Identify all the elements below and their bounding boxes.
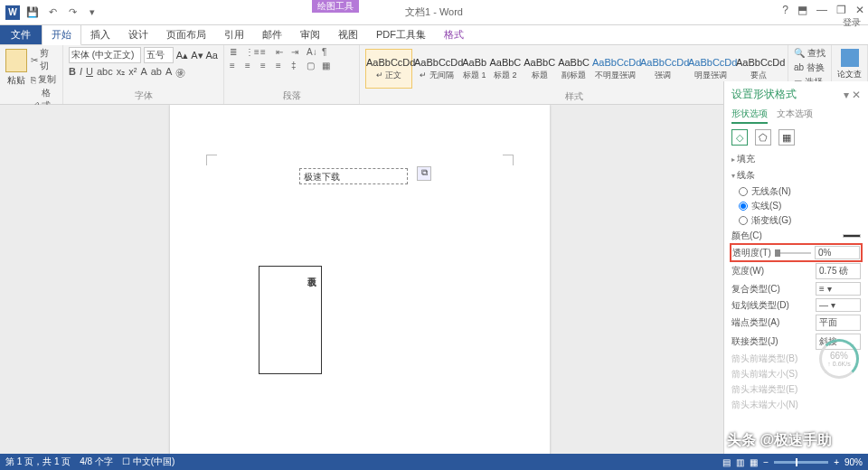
style-item[interactable]: AaBbCcDd强调: [639, 49, 686, 89]
zoom-in-icon[interactable]: +: [834, 457, 839, 467]
color-picker[interactable]: [843, 234, 861, 238]
tab-file[interactable]: 文件: [0, 25, 42, 44]
multilevel-icon[interactable]: ≡: [260, 47, 273, 57]
tab-references[interactable]: 引用: [215, 25, 253, 44]
document-area[interactable]: 极速下载 ⧉ 天极下载: [0, 105, 723, 454]
zoom-value[interactable]: 90%: [844, 457, 863, 467]
word-count[interactable]: 4/8 个字: [80, 456, 113, 468]
find-button[interactable]: 🔍 查找: [794, 47, 826, 60]
fill-section-header[interactable]: 填充: [731, 153, 861, 165]
tab-insert[interactable]: 插入: [81, 25, 119, 44]
highlight-button[interactable]: ab: [151, 66, 162, 80]
style-item[interactable]: AaBb标题 1: [461, 49, 487, 89]
radio-no-line[interactable]: 无线条(N): [739, 185, 861, 198]
style-preview: AaBbCcDd: [640, 57, 685, 68]
style-item[interactable]: AaBbCcDd不明显强调: [591, 49, 638, 89]
line-spacing-icon[interactable]: ‡: [291, 61, 304, 70]
minimize-icon[interactable]: —: [816, 4, 827, 16]
radio-gradient-line[interactable]: 渐变线(G): [739, 214, 861, 227]
layout-props-icon[interactable]: ▦: [778, 129, 795, 146]
shading-icon[interactable]: ▢: [307, 61, 319, 70]
transparency-value[interactable]: 0%: [815, 246, 860, 259]
justify-icon[interactable]: ≡: [276, 61, 288, 70]
font-family-select[interactable]: 宋体 (中文正文): [69, 47, 141, 63]
bullets-icon[interactable]: ≣: [230, 47, 242, 57]
numbering-icon[interactable]: ⋮≡: [245, 47, 258, 57]
textbox-selected[interactable]: 极速下载: [299, 168, 408, 184]
dash-picker[interactable]: — ▾: [816, 298, 861, 312]
pane-close-icon[interactable]: ▾ ✕: [844, 89, 861, 101]
ribbon-collapse-icon[interactable]: ⬒: [797, 4, 807, 16]
style-item[interactable]: AaBbCcDd↵ 正文: [365, 49, 412, 89]
tab-pdf[interactable]: PDF工具集: [367, 25, 435, 44]
tab-layout[interactable]: 页面布局: [157, 25, 215, 44]
width-value[interactable]: 0.75 磅: [816, 263, 861, 279]
style-label: 标题: [524, 70, 555, 81]
show-marks-icon[interactable]: ¶: [322, 47, 335, 57]
font-size-select[interactable]: 五号: [144, 47, 174, 63]
style-item[interactable]: AaBbC副标题: [557, 49, 590, 89]
replace-button[interactable]: ab 替换: [794, 61, 826, 74]
styles-group-label: 样式: [365, 89, 782, 103]
subscript-button[interactable]: x₂: [117, 66, 126, 80]
align-right-icon[interactable]: ≡: [260, 61, 273, 70]
change-case-icon[interactable]: Aa: [206, 50, 218, 61]
italic-button[interactable]: I: [80, 66, 82, 80]
cap-picker[interactable]: 平面: [816, 315, 861, 331]
sort-icon[interactable]: A↓: [307, 47, 319, 57]
view-print-icon[interactable]: ▥: [736, 457, 744, 467]
redo-icon[interactable]: ↷: [65, 5, 80, 20]
tab-text-options[interactable]: 文本选项: [777, 108, 813, 124]
save-icon[interactable]: 💾: [25, 5, 40, 20]
tab-review[interactable]: 审阅: [291, 25, 329, 44]
tab-shape-options[interactable]: 形状选项: [731, 108, 768, 124]
styles-gallery[interactable]: AaBbCcDd↵ 正文AaBbCcDd↵ 无间隔AaBb标题 1AaBbC标题…: [365, 47, 782, 89]
grow-font-icon[interactable]: A▴: [176, 50, 188, 61]
zoom-out-icon[interactable]: −: [763, 457, 769, 467]
tab-view[interactable]: 视图: [329, 25, 367, 44]
style-item[interactable]: AaBbCcDd↵ 无间隔: [413, 49, 460, 89]
tab-home[interactable]: 开始: [42, 24, 81, 45]
shrink-font-icon[interactable]: A▾: [191, 50, 203, 61]
increase-indent-icon[interactable]: ⇥: [291, 47, 304, 57]
login-link[interactable]: 登录: [843, 16, 861, 29]
style-label: ↵ 无间隔: [414, 70, 459, 81]
fill-line-icon[interactable]: ◇: [731, 129, 748, 146]
text-effects-button[interactable]: A: [140, 66, 146, 80]
language-indicator[interactable]: ☐ 中文(中国): [122, 456, 175, 468]
enclose-char-button[interactable]: ㊝: [175, 66, 185, 80]
help-icon[interactable]: ?: [782, 4, 788, 16]
copy-button[interactable]: ⎘ 复制: [31, 73, 57, 86]
transparency-slider[interactable]: [775, 252, 811, 254]
view-read-icon[interactable]: ▤: [722, 457, 731, 467]
close-icon[interactable]: ✕: [855, 4, 864, 16]
qat-more-icon[interactable]: ▾: [85, 5, 99, 20]
effects-icon[interactable]: ⬠: [755, 129, 771, 146]
undo-icon[interactable]: ↶: [45, 5, 60, 20]
underline-button[interactable]: U: [86, 66, 93, 80]
line-section-header[interactable]: 线条: [731, 169, 861, 182]
radio-solid-line[interactable]: 实线(S): [739, 200, 861, 212]
view-web-icon[interactable]: ▦: [750, 457, 758, 467]
align-center-icon[interactable]: ≡: [245, 61, 258, 70]
font-color-button[interactable]: A: [165, 66, 172, 80]
compound-picker[interactable]: ≡ ▾: [816, 282, 861, 296]
layout-options-icon[interactable]: ⧉: [417, 166, 431, 181]
textbox-vertical[interactable]: 天极下载: [259, 266, 322, 374]
page-indicator[interactable]: 第 1 页，共 1 页: [5, 456, 71, 468]
tab-mailings[interactable]: 邮件: [253, 25, 291, 44]
tab-format[interactable]: 格式: [435, 25, 473, 44]
zoom-slider[interactable]: [774, 461, 828, 464]
style-item[interactable]: AaBbC标题: [523, 49, 556, 89]
borders-icon[interactable]: ▦: [322, 61, 335, 70]
decrease-indent-icon[interactable]: ⇤: [276, 47, 288, 57]
tab-design[interactable]: 设计: [119, 25, 157, 44]
strike-button[interactable]: abc: [97, 66, 113, 80]
align-left-icon[interactable]: ≡: [230, 61, 242, 70]
restore-icon[interactable]: ❐: [836, 4, 846, 16]
bold-button[interactable]: B: [69, 66, 76, 80]
style-item[interactable]: AaBbC标题 2: [488, 49, 522, 89]
width-label: 宽度(W): [731, 265, 764, 277]
cut-button[interactable]: ✂ 剪切: [31, 47, 57, 72]
superscript-button[interactable]: x²: [128, 66, 137, 80]
